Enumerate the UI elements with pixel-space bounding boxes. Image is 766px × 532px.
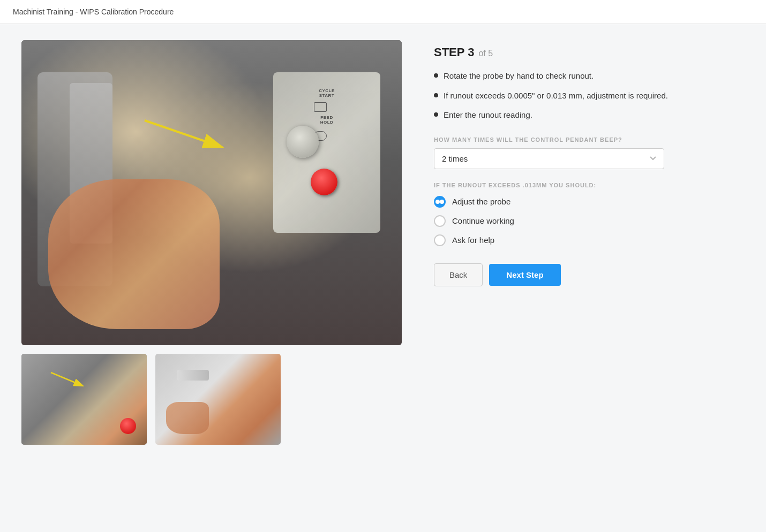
left-panel: CYCLESTART FEEDHOLD <box>21 40 402 445</box>
question-1-label: HOW MANY TIMES WILL THE CONTROL PENDANT … <box>434 136 745 143</box>
page-title: Machinist Training - WIPS Calibration Pr… <box>13 7 174 16</box>
radio-option-2[interactable]: Continue working <box>434 215 745 227</box>
bullet-1 <box>434 73 438 78</box>
instruction-1-text: Rotate the probe by hand to check runout… <box>444 70 594 82</box>
next-step-button[interactable]: Next Step <box>489 264 560 286</box>
radio-button-2[interactable] <box>434 215 446 227</box>
back-button[interactable]: Back <box>434 263 483 286</box>
thumb-2-bg <box>155 354 281 445</box>
thumb-arrow-icon <box>48 370 91 391</box>
instructions-list: Rotate the probe by hand to check runout… <box>434 70 745 121</box>
machine-panel: CYCLESTART FEEDHOLD <box>273 72 380 233</box>
radio-inner-1 <box>435 200 440 204</box>
main-layout: CYCLESTART FEEDHOLD <box>0 24 766 461</box>
instruction-2-text: If runout exceeds 0.0005" or 0.013 mm, a… <box>444 90 668 102</box>
buttons-row: Back Next Step <box>434 263 745 286</box>
thumb-tool <box>177 370 209 381</box>
red-button <box>311 169 337 195</box>
thumb-hand <box>166 402 209 434</box>
instruction-1: Rotate the probe by hand to check runout… <box>434 70 745 82</box>
instruction-2: If runout exceeds 0.0005" or 0.013 mm, a… <box>434 90 745 102</box>
question-2-label: IF THE RUNOUT EXCEEDS .013MM YOU SHOULD: <box>434 182 745 188</box>
main-image-placeholder: CYCLESTART FEEDHOLD <box>21 40 402 345</box>
main-image: CYCLESTART FEEDHOLD <box>21 40 402 345</box>
step-number: STEP 3 <box>434 45 474 59</box>
page-header: Machinist Training - WIPS Calibration Pr… <box>0 0 766 24</box>
cycle-start-box <box>314 102 327 112</box>
radio-option-1[interactable]: Adjust the probe <box>434 196 745 208</box>
thumb-red-button <box>120 418 136 434</box>
radio-option-3[interactable]: Ask for help <box>434 234 745 246</box>
radio-label-3: Ask for help <box>452 235 494 245</box>
beep-count-select[interactable]: 2 times 1 time 3 times 4 times <box>434 148 664 169</box>
radio-button-1[interactable] <box>434 196 446 208</box>
hand <box>48 179 220 329</box>
thumbnail-1[interactable] <box>21 354 147 445</box>
radio-button-3[interactable] <box>434 234 446 246</box>
thumbnails-row <box>21 354 402 445</box>
instruction-3: Enter the runout reading. <box>434 109 745 121</box>
right-panel: STEP 3 of 5 Rotate the probe by hand to … <box>434 40 745 445</box>
thumbnail-2[interactable] <box>155 354 281 445</box>
cycle-start-text: CYCLESTART <box>319 88 335 98</box>
bullet-2 <box>434 93 438 97</box>
question-2-section: IF THE RUNOUT EXCEEDS .013MM YOU SHOULD:… <box>434 182 745 246</box>
feed-hold-text: FEEDHOLD <box>320 115 334 125</box>
instruction-3-text: Enter the runout reading. <box>444 109 532 121</box>
thumb-1-bg <box>21 354 147 445</box>
radio-label-2: Continue working <box>452 216 514 225</box>
radio-label-1: Adjust the probe <box>452 197 510 206</box>
step-header: STEP 3 of 5 <box>434 45 745 59</box>
svg-line-3 <box>51 373 83 386</box>
knob <box>287 126 319 158</box>
question-1-section: HOW MANY TIMES WILL THE CONTROL PENDANT … <box>434 136 745 169</box>
bullet-3 <box>434 112 438 117</box>
step-of: of 5 <box>478 49 493 58</box>
